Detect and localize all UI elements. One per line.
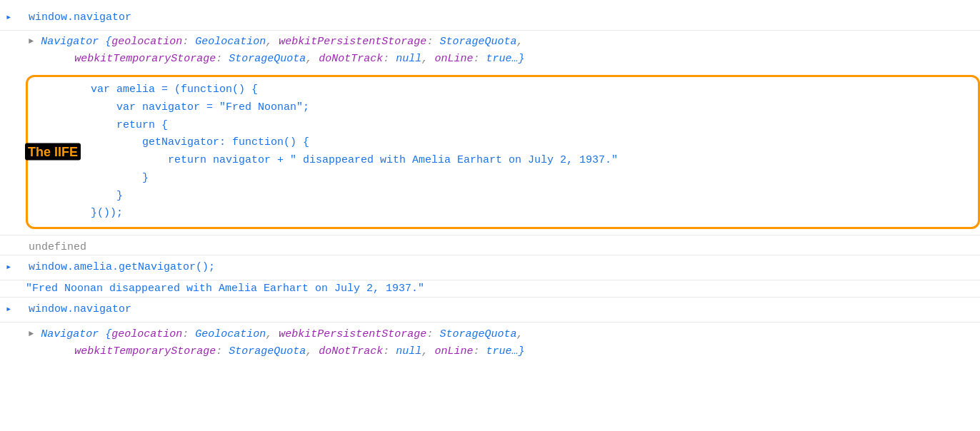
amelia-arrow-col[interactable]: ▸ bbox=[0, 258, 26, 273]
navigator-result-bottom-line2: webkitTemporaryStorage: StorageQuota, do… bbox=[55, 345, 524, 358]
triangle-icon-bottom[interactable]: ► bbox=[29, 328, 34, 340]
iife-label-text: The IIFE bbox=[25, 143, 81, 161]
console-row-navigator-result-top: ► Navigator {geolocation: Geolocation, w… bbox=[0, 31, 980, 71]
amelia-call-text: window.amelia.getNavigator(); bbox=[29, 261, 215, 273]
arrow-col[interactable]: ▸ bbox=[0, 8, 26, 23]
console-row-amelia-result: "Fred Noonan disappeared with Amelia Ear… bbox=[0, 280, 980, 298]
geolocation-prop: geolocation bbox=[111, 36, 182, 48]
console-row-window-navigator-top: ▸ window.navigator bbox=[0, 6, 980, 31]
navigator-result-bottom-line1: Navigator {geolocation: Geolocation, web… bbox=[41, 328, 523, 340]
window-navigator-bottom-text: window.navigator bbox=[29, 303, 131, 315]
iife-section: The IIFE var amelia = (function() { var … bbox=[0, 75, 980, 235]
console-row-amelia-call: ▸ window.amelia.getNavigator(); bbox=[0, 255, 980, 280]
navigator-result-bottom-content: Navigator {geolocation: Geolocation, web… bbox=[38, 325, 980, 362]
undefined-row: undefined bbox=[0, 240, 980, 255]
iife-label: The IIFE bbox=[25, 145, 81, 160]
chevron-right-icon-bottom[interactable]: ▸ bbox=[6, 303, 11, 315]
console-row-window-navigator-bottom: ▸ window.navigator bbox=[0, 298, 980, 323]
iife-block: The IIFE var amelia = (function() { var … bbox=[26, 75, 980, 229]
iife-line-3: return { bbox=[91, 117, 969, 135]
chevron-right-icon-amelia[interactable]: ▸ bbox=[6, 260, 11, 273]
iife-line-1: var amelia = (function() { bbox=[91, 81, 969, 99]
navigator-result-top-content: Navigator {geolocation: Geolocation, web… bbox=[38, 32, 980, 69]
iife-line-7: } bbox=[91, 188, 969, 206]
iife-line-4: getNavigator: function() { bbox=[91, 134, 969, 152]
amelia-result-text: "Fred Noonan disappeared with Amelia Ear… bbox=[26, 283, 424, 295]
navigator-result-line2: webkitTemporaryStorage: StorageQuota, do… bbox=[55, 53, 524, 65]
console-row-navigator-result-bottom: ► Navigator {geolocation: Geolocation, w… bbox=[0, 323, 980, 363]
amelia-call-content: window.amelia.getNavigator(); bbox=[26, 258, 980, 278]
iife-line-6: } bbox=[91, 170, 969, 188]
console-panel: ▸ window.navigator ► Navigator {geolocat… bbox=[0, 0, 980, 369]
undefined-text: undefined bbox=[29, 241, 86, 253]
window-navigator-top-content: window.navigator bbox=[26, 8, 980, 28]
window-navigator-top-text: window.navigator bbox=[29, 11, 131, 24]
bottom-arrow-col[interactable]: ▸ bbox=[0, 300, 26, 315]
iife-line-5: return navigator + " disappeared with Am… bbox=[91, 152, 969, 170]
chevron-right-icon[interactable]: ▸ bbox=[6, 11, 11, 23]
iife-code-content: var amelia = (function() { var navigator… bbox=[91, 81, 969, 223]
window-navigator-bottom-content: window.navigator bbox=[26, 300, 980, 320]
triangle-icon-top[interactable]: ► bbox=[29, 35, 34, 47]
iife-line-8: }()); bbox=[91, 205, 969, 223]
iife-line-2: var navigator = "Fred Noonan"; bbox=[91, 99, 969, 117]
navigator-result-line1: Navigator {geolocation: Geolocation, web… bbox=[41, 36, 523, 48]
